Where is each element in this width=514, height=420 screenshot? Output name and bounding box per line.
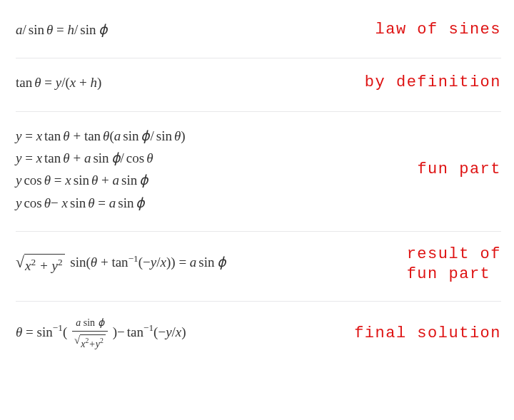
annotation: final solution bbox=[350, 324, 501, 344]
equation-line: tanθ = y/(x + h) bbox=[16, 71, 352, 93]
equation-line: y = xtanθ + tanθ(asinϕ/sinθ) bbox=[16, 125, 404, 147]
equation-block: θ = sin−1( a sin ϕ √x2+y2 )−tan−1(−y/x) bbox=[16, 314, 341, 352]
equation-block: √x2 + y2 sin(θ + tan−1(−y/x)) = asinϕ bbox=[16, 251, 394, 277]
equation-line: √x2 + y2 sin(θ + tan−1(−y/x)) = asinϕ bbox=[16, 251, 394, 277]
equation-line: a/sinθ = h/sinϕ bbox=[16, 19, 363, 41]
equation-line: ycosθ = xsinθ + asinϕ bbox=[16, 169, 404, 191]
derivation-row: y = xtanθ + tanθ(asinϕ/sinθ) y = xtanθ +… bbox=[16, 112, 501, 232]
derivation-page: a/sinθ = h/sinϕ law of sines tanθ = y/(x… bbox=[0, 0, 514, 379]
annotation: law of sines bbox=[371, 20, 501, 40]
derivation-row: tanθ = y/(x + h) by definition bbox=[16, 58, 501, 111]
derivation-row: a/sinθ = h/sinϕ law of sines bbox=[16, 6, 501, 58]
annotation: fun part bbox=[413, 160, 501, 180]
derivation-row: √x2 + y2 sin(θ + tan−1(−y/x)) = asinϕ re… bbox=[16, 232, 501, 302]
annotation: result of fun part bbox=[403, 245, 501, 284]
annotation: by definition bbox=[361, 73, 501, 93]
derivation-row: θ = sin−1( a sin ϕ √x2+y2 )−tan−1(−y/x) … bbox=[16, 302, 501, 369]
equation-line: y = xtanθ + asinϕ/cosθ bbox=[16, 147, 404, 169]
equation-line: θ = sin−1( a sin ϕ √x2+y2 )−tan−1(−y/x) bbox=[16, 314, 341, 352]
equation-block: a/sinθ = h/sinϕ bbox=[16, 19, 363, 41]
equation-block: y = xtanθ + tanθ(asinϕ/sinθ) y = xtanθ +… bbox=[16, 125, 404, 214]
equation-block: tanθ = y/(x + h) bbox=[16, 71, 352, 93]
equation-line: ycosθ− xsinθ = asinϕ bbox=[16, 192, 404, 214]
